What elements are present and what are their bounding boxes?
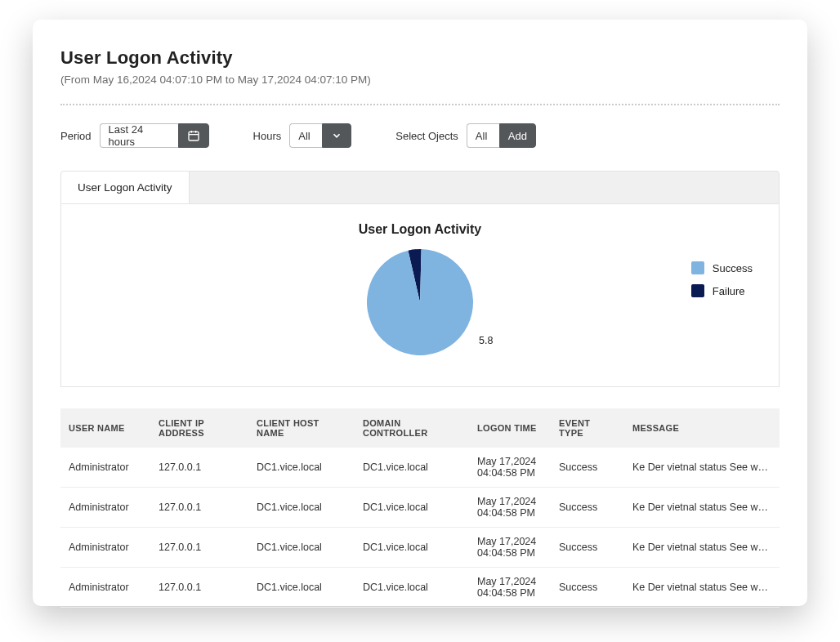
hours-label: Hours: [253, 130, 282, 142]
date-range-subtitle: (From May 16,2024 04:07:10 PM to May 17,…: [60, 74, 780, 86]
legend-item-success: Success: [691, 261, 753, 274]
table-row[interactable]: Administrator127.0.0.1DC1.vice.localDC1.…: [60, 568, 780, 608]
cell-user: Administrator: [60, 488, 150, 528]
period-label: Period: [60, 130, 92, 142]
table-row[interactable]: Administrator127.0.0.1DC1.vice.localDC1.…: [60, 448, 780, 488]
svg-rect-0: [189, 132, 199, 140]
th-time[interactable]: LOGON TIME: [469, 408, 551, 448]
cell-host: DC1.vice.local: [248, 528, 355, 568]
cell-event: Success: [551, 568, 624, 608]
table-row[interactable]: Administrator127.0.0.1DC1.vice.localDC1.…: [60, 488, 780, 528]
cell-dc: DC1.vice.local: [355, 568, 469, 608]
cell-user: Administrator: [60, 568, 150, 608]
cell-dc: DC1.vice.local: [355, 448, 469, 488]
cell-time: May 17,202404:04:58 PM: [469, 568, 551, 608]
cell-message: Ke Der vietnal status See was...: [624, 448, 780, 488]
cell-message: Ke Der vietnal status See was...: [624, 488, 780, 528]
cell-time: May 17,202404:04:58 PM: [469, 488, 551, 528]
add-button[interactable]: Add: [499, 123, 536, 148]
cell-dc: DC1.vice.local: [355, 528, 469, 568]
th-event[interactable]: EVENT TYPE: [551, 408, 624, 448]
tab-bar: User Logon Activity: [60, 171, 780, 204]
pie-chart: 5.8 Success Failure: [79, 245, 761, 359]
chevron-down-icon[interactable]: [322, 123, 351, 148]
cell-ip: 127.0.0.1: [150, 488, 248, 528]
hours-select[interactable]: All: [289, 123, 322, 148]
chart-panel: User Logon Activity 5.8 Success Failure: [60, 204, 780, 387]
legend-label-success: Success: [713, 262, 753, 274]
cell-ip: 127.0.0.1: [150, 448, 248, 488]
select-objects-filter: Select Ojects All Add: [395, 123, 536, 148]
legend-swatch-failure: [691, 284, 704, 297]
table-row[interactable]: Administrator127.0.0.1DC1.vice.localDC1.…: [60, 528, 780, 568]
cell-host: DC1.vice.local: [248, 568, 355, 608]
cell-event: Success: [551, 528, 624, 568]
chart-legend: Success Failure: [691, 261, 753, 307]
cell-host: DC1.vice.local: [248, 448, 355, 488]
cell-message: Ke Der vietnal status See was...: [624, 528, 780, 568]
th-dc[interactable]: DOMAIN CONTROLLER: [355, 408, 469, 448]
cell-event: Success: [551, 488, 624, 528]
logon-table: USER NAME CLIENT IP ADDRESS CLIENT HOST …: [60, 408, 780, 608]
cell-dc: DC1.vice.local: [355, 488, 469, 528]
period-select[interactable]: Last 24 hours: [100, 123, 178, 148]
th-message[interactable]: MESSAGE: [624, 408, 780, 448]
th-host[interactable]: CLIENT HOST NAME: [248, 408, 355, 448]
cell-time: May 17,202404:04:58 PM: [469, 448, 551, 488]
cell-time: May 17,202404:04:58 PM: [469, 528, 551, 568]
chart-title: User Logon Activity: [79, 222, 761, 237]
calendar-icon[interactable]: [178, 123, 209, 148]
legend-label-failure: Failure: [713, 285, 745, 297]
filters-row: Period Last 24 hours Hours: [60, 123, 780, 148]
select-objects-label: Select Ojects: [395, 130, 458, 142]
table-header-row: USER NAME CLIENT IP ADDRESS CLIENT HOST …: [60, 408, 780, 448]
page-title: User Logon Activity: [60, 47, 780, 69]
th-user[interactable]: USER NAME: [60, 408, 150, 448]
cell-user: Administrator: [60, 448, 150, 488]
cell-event: Success: [551, 448, 624, 488]
cell-host: DC1.vice.local: [248, 488, 355, 528]
hours-filter: Hours All: [253, 123, 352, 148]
legend-item-failure: Failure: [691, 284, 753, 297]
tab-user-logon-activity[interactable]: User Logon Activity: [61, 172, 190, 203]
legend-swatch-success: [691, 261, 704, 274]
th-ip[interactable]: CLIENT IP ADDRESS: [150, 408, 248, 448]
cell-ip: 127.0.0.1: [150, 528, 248, 568]
cell-message: Ke Der vietnal status See was...: [624, 568, 780, 608]
period-filter: Period Last 24 hours: [60, 123, 209, 148]
divider: [60, 104, 780, 105]
cell-user: Administrator: [60, 528, 150, 568]
objects-select[interactable]: All: [467, 123, 499, 148]
cell-ip: 127.0.0.1: [150, 568, 248, 608]
chart-annotation: 5.8: [479, 335, 493, 346]
report-card: User Logon Activity (From May 16,2024 04…: [33, 20, 807, 606]
